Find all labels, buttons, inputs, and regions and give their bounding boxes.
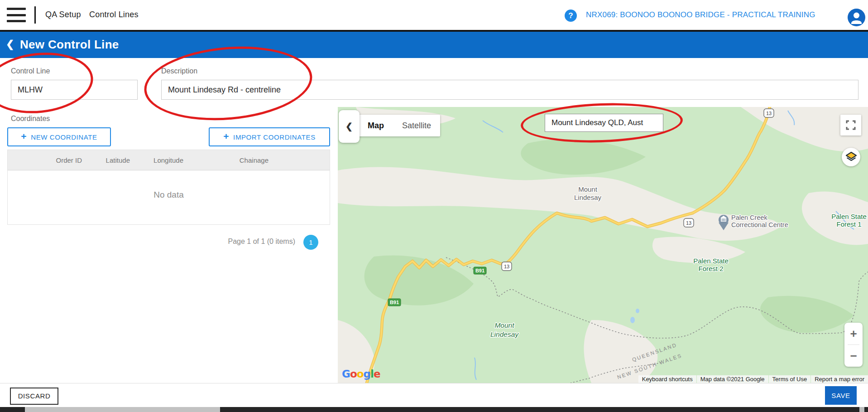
google-letter: o bbox=[350, 368, 357, 380]
footer-bar bbox=[0, 383, 868, 407]
map-pond bbox=[636, 309, 639, 313]
route-13-label: 13 bbox=[504, 264, 509, 269]
map-canvas[interactable]: B91 B91 13 13 13 bbox=[338, 107, 868, 383]
map-graphics: B91 B91 13 13 13 bbox=[338, 107, 868, 383]
route-13-shield: 13 bbox=[684, 218, 694, 227]
import-coordinates-button[interactable]: + IMPORT COORDINATES bbox=[209, 127, 330, 146]
zoom-out-button[interactable]: − bbox=[844, 345, 863, 367]
forest2-label-line1: Palen State bbox=[693, 257, 729, 265]
b91-badge-label: B91 bbox=[475, 268, 484, 273]
coordinates-table-header: Order ID Latitude Longitude Chainage bbox=[8, 150, 330, 170]
layers-icon bbox=[845, 151, 857, 163]
coordinates-table: Order ID Latitude Longitude Chainage No … bbox=[7, 150, 330, 225]
save-button[interactable]: SAVE bbox=[825, 386, 857, 405]
discard-button[interactable]: DISCARD bbox=[10, 388, 58, 405]
forest1-label-line2: Forest 1 bbox=[836, 220, 861, 228]
column-order-id: Order ID bbox=[8, 156, 82, 164]
no-data-message: No data bbox=[8, 190, 330, 200]
map-collapse-button[interactable]: ❮ bbox=[339, 110, 360, 143]
route-13-label: 13 bbox=[766, 111, 772, 116]
topbar-divider bbox=[34, 6, 36, 24]
poi-label-line2: Correctional Centre bbox=[731, 221, 788, 228]
map-type-satellite-button[interactable]: Satellite bbox=[393, 115, 440, 136]
page: QA Setup Control Lines ? NRX069: BOONOO … bbox=[0, 0, 868, 412]
top-bar: QA Setup Control Lines ? NRX069: BOONOO … bbox=[0, 0, 868, 30]
keyboard-shortcuts-link[interactable]: Keyboard shortcuts bbox=[638, 375, 696, 383]
zoom-in-button[interactable]: + bbox=[844, 323, 863, 344]
fullscreen-icon bbox=[840, 115, 861, 136]
hamburger-menu-icon[interactable] bbox=[7, 8, 26, 22]
layers-button[interactable] bbox=[842, 148, 860, 166]
google-letter: o bbox=[357, 368, 364, 380]
page-1-button[interactable]: 1 bbox=[303, 235, 318, 250]
b91-badge: B91 bbox=[474, 267, 486, 274]
b91-badge-label: B91 bbox=[390, 300, 399, 305]
breadcrumb-control-lines[interactable]: Control Lines bbox=[89, 10, 139, 19]
import-coordinates-label: IMPORT COORDINATES bbox=[233, 133, 316, 141]
map-pond bbox=[630, 317, 635, 323]
column-longitude: Longitude bbox=[130, 156, 183, 164]
page-title: New Control Line bbox=[20, 38, 119, 52]
back-button[interactable]: ❮ bbox=[6, 39, 14, 50]
b91-badge: B91 bbox=[388, 299, 401, 306]
town-label-line1: Mount bbox=[578, 185, 598, 193]
forest1-label-line1: Palen State bbox=[831, 213, 867, 220]
google-letter: g bbox=[364, 368, 370, 380]
terms-of-use-link[interactable]: Terms of Use bbox=[769, 375, 811, 383]
town-label-line2: Lindesay bbox=[574, 194, 602, 201]
person-icon bbox=[848, 9, 865, 26]
control-line-input[interactable] bbox=[11, 80, 138, 100]
new-coordinate-label: NEW COORDINATE bbox=[31, 133, 97, 141]
google-logo[interactable]: Google bbox=[342, 368, 380, 380]
horizontal-scrollbar bbox=[0, 407, 868, 412]
route-13-label: 13 bbox=[686, 220, 691, 226]
scrollbar-thumb[interactable] bbox=[25, 407, 220, 412]
description-input[interactable] bbox=[161, 80, 858, 100]
project-label[interactable]: NRX069: BOONOO BOONOO BRIDGE - PRACTICAL… bbox=[586, 10, 836, 19]
google-letter: l bbox=[370, 368, 374, 380]
fullscreen-button[interactable] bbox=[840, 115, 861, 136]
google-letter: G bbox=[342, 368, 350, 380]
new-coordinate-button[interactable]: + NEW COORDINATE bbox=[7, 127, 111, 146]
pagination-summary: Page 1 of 1 (0 items) bbox=[172, 238, 295, 246]
coordinates-section-label: Coordinates bbox=[11, 115, 50, 123]
user-avatar-icon[interactable] bbox=[848, 9, 865, 26]
control-line-label: Control Line bbox=[11, 67, 50, 75]
route-13-shield: 13 bbox=[764, 109, 774, 117]
help-icon[interactable]: ? bbox=[565, 10, 577, 22]
zoom-control: + − bbox=[844, 323, 863, 367]
map-data-label: Map data ©2021 Google bbox=[697, 375, 768, 383]
map-type-control: Map Satellite bbox=[359, 115, 440, 136]
map-type-map-button[interactable]: Map bbox=[359, 115, 393, 136]
description-label: Description bbox=[161, 67, 197, 75]
poi-label-line1: Palen Creek bbox=[731, 214, 768, 221]
breadcrumb-qa-setup[interactable]: QA Setup bbox=[45, 10, 81, 19]
map-attribution: Keyboard shortcuts Map data ©2021 Google… bbox=[638, 375, 868, 383]
page-header: ❮ New Control Line bbox=[0, 32, 868, 58]
mountain-label-line2: Lindesay bbox=[490, 330, 519, 338]
mountain-label-line1: Mount bbox=[494, 321, 514, 329]
column-latitude: Latitude bbox=[82, 156, 130, 164]
map-search-input[interactable] bbox=[545, 114, 663, 132]
report-map-error-link[interactable]: Report a map error bbox=[811, 375, 868, 383]
plus-icon: + bbox=[223, 131, 229, 142]
scrollbar-corner bbox=[859, 407, 864, 412]
google-letter: e bbox=[374, 368, 380, 380]
route-13-shield: 13 bbox=[502, 262, 512, 271]
forest2-label-line2: Forest 2 bbox=[698, 265, 723, 272]
column-chainage: Chainage bbox=[183, 156, 269, 164]
plus-icon: + bbox=[21, 131, 27, 142]
